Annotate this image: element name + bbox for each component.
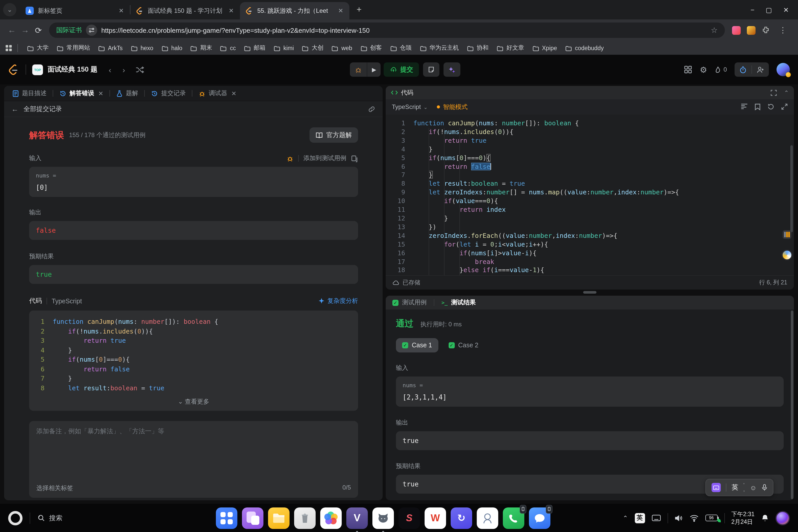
test-output-card[interactable]: true bbox=[396, 431, 784, 450]
volume-icon[interactable] bbox=[674, 514, 683, 521]
browser-tab[interactable]: 55. 跳跃游戏 - 力扣（Leet✕ bbox=[240, 2, 349, 19]
app-cat-assistant[interactable] bbox=[373, 507, 394, 529]
tab-close-icon[interactable]: ✕ bbox=[228, 7, 235, 14]
back-button[interactable]: ← bbox=[5, 25, 18, 35]
layout-icon[interactable] bbox=[684, 65, 692, 74]
minimize-icon[interactable]: − bbox=[750, 6, 754, 14]
tray-expand-icon[interactable]: ⌃ bbox=[623, 514, 628, 521]
fullscreen-icon[interactable] bbox=[771, 89, 777, 96]
ime-lang-toggle[interactable]: 英 bbox=[732, 483, 738, 492]
plan-title[interactable]: 面试经典 150 题 bbox=[48, 65, 97, 74]
extension-icon-1[interactable] bbox=[732, 26, 741, 35]
bookmark-folder[interactable]: 邮箱 bbox=[240, 42, 270, 53]
site-settings-icon[interactable] bbox=[86, 24, 97, 36]
submit-button[interactable]: 提交 bbox=[384, 62, 419, 77]
bookmark-folder[interactable]: 创客 bbox=[356, 42, 386, 53]
reset-code-icon[interactable] bbox=[767, 103, 775, 110]
close-icon[interactable]: ✕ bbox=[783, 6, 789, 14]
wifi-icon[interactable] bbox=[689, 514, 699, 521]
expected-value-card[interactable]: true bbox=[29, 265, 358, 284]
taskbar-search[interactable]: 搜索 bbox=[37, 513, 62, 522]
forward-button[interactable]: → bbox=[18, 25, 32, 35]
app-wps[interactable]: W bbox=[424, 507, 446, 529]
app-phone[interactable] bbox=[503, 507, 524, 529]
bookmark-folder[interactable]: cc bbox=[216, 43, 240, 53]
complexity-analysis-link[interactable]: 复杂度分析 bbox=[318, 297, 358, 305]
tab-testresult[interactable]: 测试结果 bbox=[451, 298, 476, 307]
browser-tab[interactable]: ♟新标签页✕ bbox=[20, 2, 130, 19]
ai-assistant-button[interactable] bbox=[444, 62, 461, 77]
tray-keyboard-icon[interactable] bbox=[651, 515, 661, 521]
run-button[interactable]: ▶ bbox=[367, 62, 381, 77]
floating-assistant-icon[interactable] bbox=[782, 250, 792, 260]
address-bar[interactable]: 国际证书 https://leetcode.cn/problems/jump-g… bbox=[49, 22, 725, 38]
bookmark-folder[interactable]: 大学 bbox=[23, 42, 53, 53]
left-tab-2[interactable]: 解答错误✕ bbox=[57, 89, 106, 98]
bookmark-folder[interactable]: codebuddy bbox=[561, 43, 608, 53]
bookmark-folder[interactable]: 常用网站 bbox=[53, 42, 94, 53]
app-file-manager[interactable] bbox=[268, 507, 289, 529]
timer-icon[interactable] bbox=[739, 66, 747, 73]
streak-counter[interactable]: 0 bbox=[715, 66, 727, 73]
tab-search-icon[interactable]: ⌄ bbox=[3, 3, 16, 16]
smart-mode-label[interactable]: 智能模式 bbox=[443, 102, 468, 111]
bookmark-folder[interactable]: 好文章 bbox=[493, 42, 528, 53]
app-window-manager[interactable] bbox=[242, 507, 263, 529]
extensions-puzzle-icon[interactable] bbox=[762, 26, 770, 34]
note-editor[interactable]: 添加备注，例如「暴力解法」、「方法一」等 选择相关标签 0/5 bbox=[29, 421, 358, 498]
prev-problem-icon[interactable]: ‹ bbox=[109, 65, 111, 74]
taskbar-user-avatar[interactable] bbox=[776, 511, 790, 525]
bookmark-folder[interactable]: 协和 bbox=[463, 42, 493, 53]
left-tab-4[interactable]: 提交记录 bbox=[149, 89, 188, 98]
battery-icon[interactable]: 96 bbox=[705, 515, 718, 521]
url-text[interactable]: https://leetcode.cn/problems/jump-game/?… bbox=[101, 26, 707, 34]
bookmark-star-icon[interactable]: ☆ bbox=[707, 25, 722, 35]
ime-mic-icon[interactable] bbox=[762, 484, 767, 491]
panel-resize-handle[interactable] bbox=[583, 291, 596, 293]
bookmark-folder[interactable]: halo bbox=[157, 43, 187, 53]
language-select[interactable]: TypeScript bbox=[392, 103, 421, 111]
panel-layout-widget-icon[interactable] bbox=[783, 230, 791, 239]
bookmark-folder[interactable]: 期末 bbox=[187, 42, 216, 53]
bookmark-folder[interactable]: web bbox=[328, 43, 356, 53]
ime-punctuation-icon[interactable]: ’, bbox=[743, 483, 744, 492]
test-input-card[interactable]: nums = [2,3,1,1,4] bbox=[396, 377, 784, 407]
settings-gear-icon[interactable]: ⚙ bbox=[700, 65, 707, 74]
app-astronaut[interactable] bbox=[477, 507, 498, 529]
tab-close-icon[interactable]: ✕ bbox=[98, 90, 103, 97]
app-v-tool[interactable]: V bbox=[346, 507, 368, 529]
collapse-panel-icon[interactable]: ⌃ bbox=[784, 89, 789, 96]
extension-icon-2[interactable] bbox=[747, 26, 756, 35]
cert-badge[interactable]: 国际证书 bbox=[56, 26, 82, 35]
test-panel-scrollbar[interactable] bbox=[791, 310, 793, 499]
left-tab-3[interactable]: 题解 bbox=[114, 89, 140, 98]
bookmark-icon[interactable] bbox=[755, 103, 761, 111]
editor-code-area[interactable]: 1function canJump(nums: number[]): boole… bbox=[386, 115, 794, 275]
user-avatar[interactable] bbox=[777, 63, 790, 76]
maximize-icon[interactable]: ▢ bbox=[766, 6, 772, 14]
copy-plus-icon[interactable] bbox=[351, 155, 358, 162]
all-submissions-link[interactable]: 全部提交记录 bbox=[23, 104, 62, 113]
tab-close-icon[interactable]: ✕ bbox=[231, 90, 236, 97]
case-tab[interactable]: ✓Case 1 bbox=[396, 338, 438, 353]
app-trash[interactable] bbox=[294, 507, 316, 529]
app-time-sync[interactable]: ↻ bbox=[451, 507, 472, 529]
editor-scrollbar[interactable] bbox=[790, 145, 793, 232]
ime-emoji-icon[interactable]: ☺ bbox=[750, 484, 757, 491]
bookmark-folder[interactable]: 华为云主机 bbox=[416, 42, 463, 53]
app-launcher-grid[interactable] bbox=[216, 507, 238, 529]
bookmark-folder[interactable]: ArkTs bbox=[94, 43, 127, 53]
new-tab-button[interactable]: + bbox=[353, 3, 366, 16]
apps-grid-icon[interactable] bbox=[5, 44, 12, 52]
output-value-card[interactable]: false bbox=[29, 221, 358, 240]
launcher-icon[interactable] bbox=[8, 511, 22, 525]
debug-button[interactable] bbox=[350, 62, 367, 77]
bookmark-folder[interactable]: 大创 bbox=[298, 42, 328, 53]
left-tab-5[interactable]: 调试器✕ bbox=[196, 89, 239, 98]
tray-input-lang[interactable]: 英 bbox=[634, 513, 645, 523]
expand-editor-icon[interactable] bbox=[781, 103, 788, 110]
app-messages[interactable] bbox=[529, 507, 550, 529]
browser-menu-icon[interactable]: ⋮ bbox=[776, 25, 790, 35]
submitted-code-block[interactable]: 1function canJump(nums: number[]): boole… bbox=[29, 310, 358, 411]
notes-button[interactable] bbox=[423, 62, 440, 77]
